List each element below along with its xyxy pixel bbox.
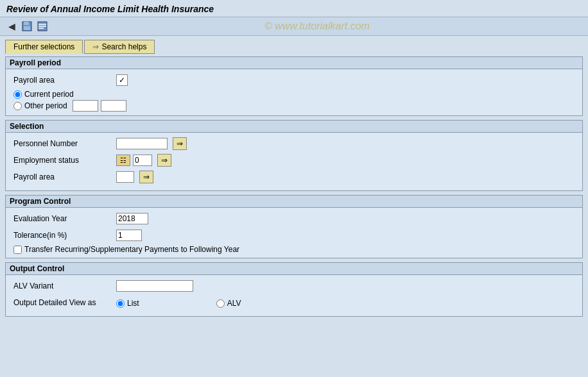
evaluation-year-input[interactable] xyxy=(116,213,148,224)
output-radio-group: List ALV xyxy=(116,299,241,308)
employment-status-label: Employment status xyxy=(13,156,116,165)
svg-rect-2 xyxy=(24,26,30,30)
payroll-period-body: Payroll area ✓ Current period Other peri… xyxy=(6,69,582,115)
selection-section: Selection Personnel Number ⇒ Employment … xyxy=(5,120,583,191)
selection-body: Personnel Number ⇒ Employment status ☷ ⇒… xyxy=(6,133,582,190)
selection-header: Selection xyxy=(6,121,582,133)
tabs-bar: Further selections ⇒ Search helps xyxy=(0,36,588,54)
output-detailed-row: Output Detailed View as List ALV xyxy=(13,296,575,310)
output-alv-radio[interactable] xyxy=(216,299,225,308)
personnel-number-arrow-btn[interactable]: ⇒ xyxy=(173,137,187,150)
page-title: Review of Annual Income Limit Health Ins… xyxy=(6,4,582,14)
payroll-area-checkbox[interactable]: ✓ xyxy=(116,74,128,86)
transfer-row: Transfer Recurring/Supplementary Payment… xyxy=(13,245,575,254)
back-icon[interactable]: ◀ xyxy=(5,20,18,33)
toolbar: ◀ © www.tutorialkart.com xyxy=(0,17,588,36)
other-period-row: Other period xyxy=(13,100,575,112)
employment-status-arrow-btn[interactable]: ⇒ xyxy=(157,154,171,167)
payroll-area-selection-input[interactable] xyxy=(116,171,134,183)
payroll-area-selection-arrow-btn[interactable]: ⇒ xyxy=(139,171,153,183)
current-period-radio[interactable] xyxy=(13,90,22,99)
alv-variant-input[interactable] xyxy=(116,280,193,292)
transfer-label: Transfer Recurring/Supplementary Payment… xyxy=(24,245,239,254)
transfer-checkbox[interactable] xyxy=(13,246,22,254)
tolerance-input[interactable] xyxy=(116,230,142,241)
personnel-number-label: Personnel Number xyxy=(13,139,116,148)
payroll-area-row: Payroll area ✓ xyxy=(13,73,575,87)
output-control-section: Output Control ALV Variant Output Detail… xyxy=(5,262,583,317)
personnel-number-input[interactable] xyxy=(116,138,168,149)
period-radio-group: Current period Other period xyxy=(13,90,575,112)
program-control-section: Program Control Evaluation Year Toleranc… xyxy=(5,195,583,258)
other-period-radio[interactable] xyxy=(13,102,22,110)
current-period-row: Current period xyxy=(13,90,575,99)
further-selections-label: Further selections xyxy=(13,42,74,51)
payroll-period-header: Payroll period xyxy=(6,57,582,69)
program-control-body: Evaluation Year Tolerance(in %) Transfer… xyxy=(6,208,582,258)
other-period-label: Other period xyxy=(24,101,67,110)
watermark: © www.tutorialkart.com xyxy=(51,21,583,32)
output-control-body: ALV Variant Output Detailed View as List… xyxy=(6,275,582,316)
alv-variant-label: ALV Variant xyxy=(13,281,116,290)
program-control-header: Program Control xyxy=(6,196,582,208)
employment-status-input[interactable] xyxy=(133,155,152,166)
find-icon[interactable] xyxy=(36,20,49,33)
evaluation-year-row: Evaluation Year xyxy=(13,212,575,226)
current-period-label: Current period xyxy=(24,90,74,99)
output-alv-label: ALV xyxy=(227,299,241,308)
personnel-number-row: Personnel Number ⇒ xyxy=(13,137,575,151)
alv-variant-row: ALV Variant xyxy=(13,279,575,293)
employment-status-select-btn[interactable]: ☷ xyxy=(116,155,130,166)
tolerance-row: Tolerance(in %) xyxy=(13,228,575,242)
svg-rect-1 xyxy=(24,22,29,25)
tab-further-selections[interactable]: Further selections xyxy=(5,40,83,54)
payroll-area-label: Payroll area xyxy=(13,76,116,85)
output-alv-option: ALV xyxy=(216,299,241,308)
tab-search-helps[interactable]: ⇒ Search helps xyxy=(84,40,155,54)
period-input-1[interactable] xyxy=(73,100,98,112)
payroll-area-selection-label: Payroll area xyxy=(13,172,116,181)
main-content: Payroll period Payroll area ✓ Current pe… xyxy=(0,54,588,326)
output-detailed-label: Output Detailed View as xyxy=(13,298,116,307)
tab-arrow-icon: ⇒ xyxy=(92,42,99,51)
output-list-option: List xyxy=(116,299,139,308)
title-bar: Review of Annual Income Limit Health Ins… xyxy=(0,0,588,17)
period-inputs xyxy=(73,100,126,112)
employment-status-row: Employment status ☷ ⇒ xyxy=(13,153,575,167)
payroll-period-section: Payroll period Payroll area ✓ Current pe… xyxy=(5,56,583,116)
save-icon[interactable] xyxy=(21,20,33,33)
period-input-2[interactable] xyxy=(101,100,126,112)
search-helps-label: Search helps xyxy=(101,42,146,51)
evaluation-year-label: Evaluation Year xyxy=(13,214,116,223)
output-list-label: List xyxy=(127,299,139,308)
output-list-radio[interactable] xyxy=(116,299,125,308)
payroll-area-selection-row: Payroll area ⇒ xyxy=(13,170,575,184)
output-control-header: Output Control xyxy=(6,263,582,275)
tolerance-label: Tolerance(in %) xyxy=(13,231,116,240)
